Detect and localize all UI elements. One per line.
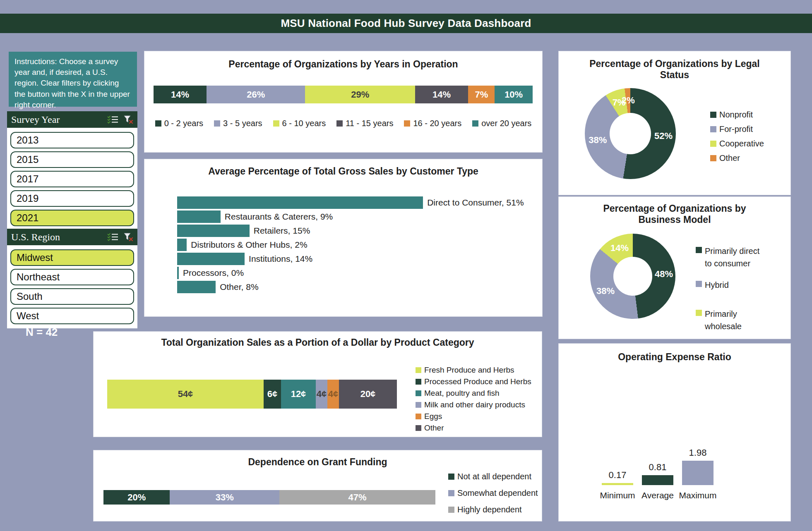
segment-over-20-years[interactable]: 10% — [495, 86, 533, 103]
bar-retailers[interactable] — [177, 225, 250, 237]
checklist-icon[interactable] — [107, 115, 118, 124]
legend-item-cooperative[interactable]: Cooperative — [710, 139, 764, 148]
legend-label: Primarily wholesale — [705, 308, 767, 332]
legend-item-over-20-years[interactable]: over 20 years — [472, 119, 531, 128]
legend-label: Hybrid — [705, 279, 767, 291]
segment-other[interactable]: 20¢ — [339, 380, 397, 409]
business-model-legend: Primarily direct to consumerHybridPrimar… — [696, 245, 767, 332]
slicer-option-2017[interactable]: 2017 — [10, 171, 134, 187]
segment-11-15-years[interactable]: 14% — [415, 86, 468, 103]
segment-label: 20¢ — [360, 389, 376, 399]
legend-item-nonprofit[interactable]: Nonprofit — [710, 110, 764, 120]
clear-filter-icon[interactable] — [124, 233, 133, 242]
segment-0-2-years[interactable]: 14% — [154, 86, 207, 103]
legend-item-6-10-years[interactable]: 6 - 10 years — [273, 119, 326, 128]
bar-label: Direct to Consumer, 51% — [427, 198, 524, 208]
legend-swatch — [416, 402, 421, 408]
segment-label: 47% — [348, 492, 366, 503]
legal-status-donut[interactable]: 52%38%7%2% — [585, 88, 676, 179]
legend-label: Primarily direct to consumer — [705, 245, 767, 270]
donut-label-primarily-wholesale: 14% — [610, 243, 629, 254]
sample-size: N = 42 — [26, 326, 58, 339]
legend-item-eggs[interactable]: Eggs — [416, 412, 531, 421]
survey-year-options: 20132015201720192021 — [7, 128, 137, 230]
chart-title-business-model: Percentage of Organizations by Business … — [559, 203, 790, 225]
segment-3-5-years[interactable]: 26% — [207, 86, 305, 103]
bar-minimum[interactable] — [602, 483, 633, 485]
legend-item-processed-produce-and-herbs[interactable]: Processed Produce and Herbs — [416, 377, 531, 386]
legend-label: Meat, poultry and fish — [424, 389, 500, 398]
category-label: Maximum — [679, 490, 717, 500]
segment-eggs[interactable]: 4¢ — [327, 380, 339, 409]
legend-label: Fresh Produce and Herbs — [424, 366, 514, 375]
legend-label: Cooperative — [719, 139, 764, 148]
slicer-option-2015[interactable]: 2015 — [10, 151, 134, 168]
legend-item-other[interactable]: Other — [416, 423, 531, 433]
segment-16-20-years[interactable]: 7% — [468, 86, 495, 103]
segment-meat-poultry-and-fish[interactable]: 12¢ — [281, 380, 316, 409]
segment-not-at-all-dependent[interactable]: 20% — [103, 490, 170, 505]
slicer-option-2021[interactable]: 2021 — [10, 210, 134, 226]
legend-item-3-5-years[interactable]: 3 - 5 years — [214, 119, 262, 128]
bar-row-other: Other, 8% — [177, 281, 524, 293]
legal-status-legend: NonprofitFor-profitCooperativeOther — [710, 110, 764, 163]
panel-legal-status: Percentage of Organizations by Legal Sta… — [558, 51, 791, 195]
segment-processed-produce-and-herbs[interactable]: 6¢ — [264, 380, 281, 409]
bar-average[interactable] — [642, 475, 673, 485]
legend-label: Eggs — [424, 412, 442, 421]
legend-item-milk-and-other-dairy-products[interactable]: Milk and other dairy products — [416, 400, 531, 409]
legend-item-meat-poultry-and-fish[interactable]: Meat, poultry and fish — [416, 389, 531, 398]
legend-item-somewhat-dependent[interactable]: Somewhat dependent — [448, 488, 538, 498]
legend-item-0-2-years[interactable]: 0 - 2 years — [155, 119, 203, 128]
clear-filter-icon[interactable] — [124, 115, 133, 124]
app-header: MSU National Food Hub Survey Data Dashbo… — [0, 14, 812, 33]
legend-item-11-15-years[interactable]: 11 - 15 years — [336, 119, 393, 128]
legend-label: 11 - 15 years — [346, 119, 393, 128]
chart-title-customer-type: Average Percentage of Total Gross Sales … — [144, 166, 542, 177]
legend-label: Nonprofit — [719, 110, 753, 120]
slicer-option-west[interactable]: West — [10, 308, 134, 324]
slicer-option-2013[interactable]: 2013 — [10, 132, 134, 148]
segment-milk-and-other-dairy-products[interactable]: 4¢ — [316, 380, 327, 409]
legend-item-primarily-direct-to-consumer[interactable]: Primarily direct to consumer — [696, 245, 767, 270]
bar-row-distributors-other-hubs: Distributors & Other Hubs, 2% — [177, 239, 524, 251]
segment-6-10-years[interactable]: 29% — [305, 86, 415, 103]
bar-institutions[interactable] — [177, 253, 245, 265]
legend-label: 6 - 10 years — [282, 119, 326, 128]
slicer-option-south[interactable]: South — [10, 288, 134, 305]
slicer-option-midwest[interactable]: Midwest — [10, 249, 134, 266]
legend-item-fresh-produce-and-herbs[interactable]: Fresh Produce and Herbs — [416, 366, 531, 375]
segment-label: 26% — [247, 89, 265, 100]
legend-label: 3 - 5 years — [223, 119, 262, 128]
segment-highly-dependent[interactable]: 47% — [279, 490, 435, 505]
legend-swatch — [696, 310, 702, 316]
operating-expense-ratio-bars: 0.17Minimum0.81Average1.98Maximum — [602, 447, 722, 500]
bar-processors[interactable] — [177, 267, 179, 279]
bar-distributors-other-hubs[interactable] — [177, 239, 187, 251]
segment-label: 14% — [432, 89, 451, 100]
legend-item-hybrid[interactable]: Hybrid — [696, 279, 767, 291]
segment-label: 4¢ — [328, 389, 338, 399]
bar-restaurants-caterers[interactable] — [177, 210, 221, 223]
bar-maximum[interactable] — [682, 461, 714, 485]
legend-item-primarily-wholesale[interactable]: Primarily wholesale — [696, 308, 767, 332]
legend-item-other[interactable]: Other — [710, 153, 764, 163]
bar-direct-to-consumer[interactable] — [177, 196, 423, 209]
customer-type-bars: Direct to Consumer, 51%Restaurants & Cat… — [177, 196, 524, 295]
slicer-option-northeast[interactable]: Northeast — [10, 269, 134, 285]
business-model-donut[interactable]: 48%38%14% — [590, 234, 675, 319]
legend-item-for-profit[interactable]: For-profit — [710, 124, 764, 134]
legend-label: Somewhat dependent — [457, 488, 538, 498]
segment-label: 12¢ — [291, 389, 306, 399]
slicer-option-2019[interactable]: 2019 — [10, 190, 134, 207]
donut-label-hybrid: 38% — [596, 286, 615, 297]
bar-other[interactable] — [177, 281, 216, 293]
checklist-icon[interactable] — [107, 233, 118, 241]
legend-item-highly-dependent[interactable]: Highly dependent — [448, 505, 538, 514]
segment-somewhat-dependent[interactable]: 33% — [170, 490, 279, 505]
legend-item-not-at-all-dependent[interactable]: Not at all dependent — [448, 472, 538, 481]
legend-swatch — [710, 155, 716, 161]
legend-label: Milk and other dairy products — [424, 400, 525, 409]
legend-item-16-20-years[interactable]: 16 - 20 years — [404, 119, 461, 128]
segment-fresh-produce-and-herbs[interactable]: 54¢ — [107, 380, 264, 409]
